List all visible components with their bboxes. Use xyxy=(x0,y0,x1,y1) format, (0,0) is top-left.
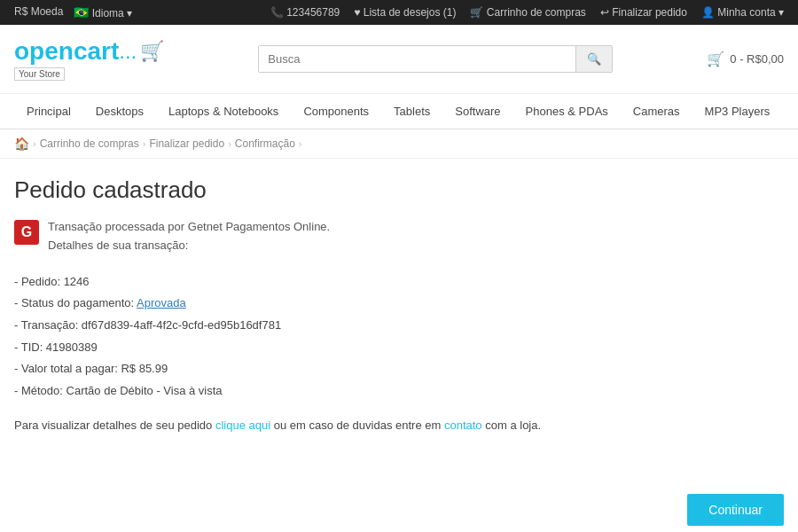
logo-area: opencart ... 🛒 Your Store xyxy=(14,37,164,81)
footer-middle: ou em caso de duvidas entre em xyxy=(274,419,444,432)
breadcrumb-sep-1: › xyxy=(33,138,36,149)
order-footer: Para visualizar detalhes de seu pedido c… xyxy=(14,419,784,432)
footer-prefix: Para visualizar detalhes de seu pedido xyxy=(14,419,212,432)
account-link[interactable]: 👤 Minha conta ▾ xyxy=(701,6,784,19)
flag-icon: 🇧🇷 xyxy=(74,5,89,20)
home-icon[interactable]: 🏠 xyxy=(14,137,29,151)
order-status-value[interactable]: Aprovada xyxy=(137,296,186,309)
order-tid: - TID: 41980389 xyxy=(14,337,784,359)
navbar: Principal Desktops Laptops & Notebooks C… xyxy=(0,94,798,129)
provider-text: Transação processada por Getnet Pagament… xyxy=(48,218,330,255)
search-input[interactable] xyxy=(259,46,575,72)
continue-button-wrap: Continuar xyxy=(0,494,798,526)
header-cart[interactable]: 🛒 0 - R$0,00 xyxy=(707,51,784,67)
logo-cart-icon: 🛒 xyxy=(140,40,164,63)
nav-tablets[interactable]: Tablets xyxy=(381,94,442,129)
top-bar-left: R$ Moeda 🇧🇷 Idioma ▾ xyxy=(14,5,132,20)
nav-software[interactable]: Software xyxy=(442,94,512,129)
breadcrumb: 🏠 › Carrinho de compras › Finalizar pedi… xyxy=(0,129,798,159)
search-bar: 🔍 xyxy=(258,45,613,73)
breadcrumb-sep-4: › xyxy=(299,138,302,149)
nav-mp3[interactable]: MP3 Players xyxy=(692,94,783,129)
breadcrumb-confirmation: Confirmação xyxy=(235,137,295,150)
nav-phones[interactable]: Phones & PDAs xyxy=(513,94,621,129)
nav-cameras[interactable]: Cameras xyxy=(621,94,692,129)
currency-selector[interactable]: R$ Moeda xyxy=(14,5,63,20)
language-label: Idioma xyxy=(92,7,124,20)
cart-total: 0 - R$0,00 xyxy=(730,52,784,66)
provider-info: G Transação processada por Getnet Pagame… xyxy=(14,218,784,255)
logo-dots: ... xyxy=(119,39,137,64)
language-selector[interactable]: 🇧🇷 Idioma ▾ xyxy=(74,5,132,20)
logo-text: opencart ... 🛒 xyxy=(14,37,164,66)
footer-link-details[interactable]: clique aqui xyxy=(215,419,270,432)
main-content: Pedido cadastrado G Transação processada… xyxy=(0,159,798,494)
breadcrumb-sep-3: › xyxy=(228,138,231,149)
wishlist-link[interactable]: ♥ Lista de desejos (1) xyxy=(354,6,456,19)
checkout-link[interactable]: ↩ Finalizar pedido xyxy=(600,6,687,19)
page-title: Pedido cadastrado xyxy=(14,176,784,204)
phone-number: 📞 123456789 xyxy=(270,6,340,19)
order-details: - Pedido: 1246 - Status do pagamento: Ap… xyxy=(14,271,784,403)
cart-link[interactable]: 🛒 Carrinho de compras xyxy=(470,6,585,19)
nav-laptops[interactable]: Laptops & Notebooks xyxy=(156,94,291,129)
order-metodo: - Método: Cartão de Débito - Visa à vist… xyxy=(14,380,784,403)
header: opencart ... 🛒 Your Store 🔍 🛒 0 - R$0,00 xyxy=(0,25,798,94)
nav-desktops[interactable]: Desktops xyxy=(83,94,156,129)
breadcrumb-sep-2: › xyxy=(143,138,146,149)
nav-components[interactable]: Components xyxy=(291,94,381,129)
nav-principal[interactable]: Principal xyxy=(14,94,83,129)
order-status: - Status do pagamento: Aprovada xyxy=(14,293,784,315)
provider-line2: Detalhes de sua transação: xyxy=(48,237,330,255)
order-transacao: - Transação: df67d839-4aff-4f2c-9cfd-ed9… xyxy=(14,315,784,337)
footer-suffix: com a loja. xyxy=(485,419,541,432)
your-store-badge: Your Store xyxy=(14,67,65,81)
breadcrumb-cart[interactable]: Carrinho de compras xyxy=(40,137,139,150)
continue-button[interactable]: Continuar xyxy=(687,494,784,526)
top-bar: R$ Moeda 🇧🇷 Idioma ▾ 📞 123456789 ♥ Lista… xyxy=(0,0,798,25)
order-pedido: - Pedido: 1246 xyxy=(14,271,784,293)
top-bar-right: 📞 123456789 ♥ Lista de desejos (1) 🛒 Car… xyxy=(270,6,784,19)
search-button[interactable]: 🔍 xyxy=(575,46,612,72)
breadcrumb-checkout[interactable]: Finalizar pedido xyxy=(149,137,224,150)
order-status-prefix: - Status do pagamento: xyxy=(14,296,134,309)
cart-icon: 🛒 xyxy=(707,51,724,67)
order-valor: - Valor total a pagar: R$ 85.99 xyxy=(14,358,784,380)
provider-logo: G xyxy=(14,220,39,245)
provider-line1: Transação processada por Getnet Pagament… xyxy=(48,218,330,237)
logo-opencart[interactable]: opencart xyxy=(14,37,119,66)
footer-link-contact[interactable]: contato xyxy=(444,419,482,432)
